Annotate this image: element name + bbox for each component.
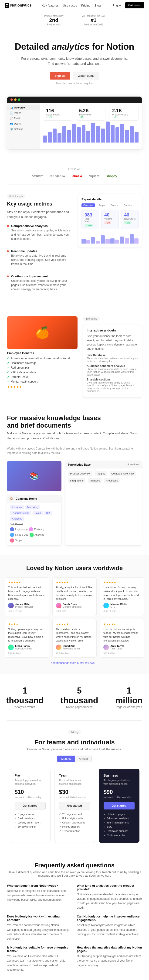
nav-logo-text: Notionlytics: [10, 3, 32, 8]
faq-item: Does Notionlytics work with existing con…: [7, 915, 72, 941]
pricing-feature: ✓Advanced analytics: [104, 817, 135, 820]
features-tag: Built for you: [7, 194, 25, 199]
testimonial-text: This tool has helped me track how people…: [8, 585, 46, 601]
benefit-item: ✓Healthcare coverage: [7, 361, 78, 364]
kb-card-title: Knowledge Base: [68, 463, 90, 466]
check-icon: ✓: [104, 825, 106, 828]
nav-link-usecases[interactable]: Use cases: [63, 4, 77, 7]
sidebar-item-overview[interactable]: 📊 Overview: [7, 105, 40, 110]
testimonial-text: The real-time stats are impressive. I ca…: [56, 627, 94, 643]
sidebar-item-pages[interactable]: 📄 Pages: [7, 110, 40, 116]
team-avatar: [30, 533, 34, 537]
award-source-2: Product Hunt 2023: [82, 23, 105, 26]
kb-section-item[interactable]: Analytics: [88, 478, 102, 483]
company-link[interactable]: About us: [10, 505, 24, 509]
company-link[interactable]: HR: [44, 511, 52, 515]
benefit-text: PTO / Vacation days: [11, 371, 36, 374]
metric-num-3: 46: [124, 212, 135, 218]
award-label-1: Product of the Day: [44, 15, 63, 17]
nav-link-pricing[interactable]: Pricing: [81, 4, 90, 7]
pricing-feature: ✓Custom dashboards: [59, 821, 90, 824]
company-link[interactable]: Marketing: [25, 505, 40, 509]
feature-text: Basic analytics: [18, 817, 35, 820]
stat-card-visitors: 2.1K Unique Visitors +5%: [109, 106, 138, 121]
more-reviews[interactable]: and thousands more 5-star reviews →: [5, 661, 144, 665]
kb-section-item[interactable]: Integrations: [68, 478, 85, 483]
dash-body: 📊 Overview 📄 Pages 📈 Traffic 👥 Users ⚙️ …: [7, 103, 142, 149]
svg-rect-1: [6, 4, 7, 5]
stat-item-3: 1 million Page views analyzed: [114, 686, 144, 709]
team-name: Sales & Ops: [15, 533, 28, 536]
check-icon: ✓: [59, 829, 61, 832]
testimonial-author: Elena Parks Operations Lead: [8, 644, 46, 650]
report-tab-country[interactable]: Country: [122, 204, 134, 207]
kb-section-item[interactable]: Processes: [104, 478, 120, 483]
check-icon: ✓: [7, 380, 9, 383]
logos-row: Stanford SEQUOIA airasia Square shopify: [5, 174, 144, 178]
benefits-title: Employee Benefits: [7, 351, 78, 355]
sidebar-item-settings[interactable]: ⚙️ Settings: [7, 126, 40, 132]
check-icon: ✓: [104, 821, 106, 824]
kb-section-item[interactable]: Product Overview: [68, 471, 92, 476]
metric-badge-1: ↑ 18%: [84, 224, 93, 227]
login-button[interactable]: Log in: [111, 3, 123, 8]
hero-cta-secondary[interactable]: Watch demo: [73, 72, 100, 80]
company-link[interactable]: Product Design: [10, 511, 31, 515]
pricing-btn-business[interactable]: Get started: [104, 802, 135, 810]
report-tab-overview[interactable]: Overview: [81, 204, 95, 207]
faq-item: Is Notionlytics suitable for large enter…: [7, 946, 72, 972]
stat-num-big-3: 1 million: [114, 686, 144, 705]
company-link[interactable]: Analytics: [10, 517, 24, 521]
testimonials-section: Loved by Notion users worldwide ★★★★★ Th…: [0, 555, 149, 674]
toggle-annual[interactable]: Annual: [75, 756, 92, 762]
faq-item: Can Notionlytics help me improve audienc…: [77, 915, 142, 941]
stat-num-2: 5.2K: [79, 108, 103, 113]
nav-link-features[interactable]: Key features: [42, 4, 59, 7]
report-tab-source[interactable]: Source: [109, 204, 120, 207]
chart-bar: [135, 132, 138, 143]
pricing-per: per month / billed annually: [104, 796, 135, 799]
kb-heading: For massive knowledge basesand brief doc…: [7, 414, 142, 429]
check-icon: ✓: [15, 825, 17, 828]
company-link[interactable]: Sales: [33, 511, 43, 515]
check-icon: ✓: [104, 817, 106, 820]
pricing-btn-team[interactable]: Get started: [59, 802, 90, 810]
kb-preview: 📚 🏠 Company Home About usMarketingProduc…: [7, 461, 142, 546]
get-notion-button[interactable]: Get notion: [125, 2, 144, 8]
nav-link-blog[interactable]: Blog: [95, 4, 101, 7]
testimonial-stars: ★★★★: [8, 623, 46, 626]
testimonial-author: Sarah Chen Content Strategist: [56, 603, 94, 608]
kb-section-item[interactable]: Company Overview: [109, 471, 136, 476]
feature-text: 5 pages tracked: [18, 813, 36, 816]
sidebar-item-users[interactable]: 👥 Users: [7, 121, 40, 126]
author-avatar: [56, 644, 62, 650]
feature-text: Team management: [107, 821, 129, 824]
hero-cta-primary[interactable]: Sign up: [50, 72, 70, 80]
check-icon: ✓: [15, 813, 17, 816]
team-avatar: [29, 527, 33, 531]
author-name: Amy Torres: [110, 644, 124, 648]
report-tab-pages[interactable]: Pages: [97, 204, 107, 207]
sidebar-item-traffic[interactable]: 📈 Traffic: [7, 116, 40, 121]
pricing-price: $30: [59, 789, 90, 795]
feature-text-1: Comprehensive analytics See which posts …: [11, 224, 71, 246]
faq-answer: Absolutely! Notionlytics offers insights…: [77, 923, 142, 937]
team-name: Analytics: [35, 533, 44, 536]
testimonial-date: Sep 1, 2023: [8, 652, 46, 654]
check-icon: ✓: [15, 817, 17, 820]
pricing-feature: ✓1-year retention: [59, 829, 90, 832]
benefit-item: ✓Mental health support: [7, 380, 78, 383]
logo-shopify: shopify: [106, 174, 117, 178]
toggle-monthly[interactable]: Monthly: [57, 756, 75, 762]
nav-cta: Log in Get notion: [111, 2, 144, 8]
team-member: Sales & Ops: [10, 533, 28, 537]
metric-box-visitors: 40 Visitors ↓ 2%: [101, 210, 119, 229]
pricing-tag: Pricing: [68, 730, 81, 734]
features-section: Built for you Key usage metrics Stay on …: [0, 185, 149, 309]
metric-label-2: Visitors: [104, 218, 116, 220]
author-avatar: [103, 603, 109, 608]
dash-content: 116 Active Pages +12% 5.2K Page Views +8…: [40, 103, 142, 149]
pricing-btn-pro[interactable]: Get started: [15, 802, 46, 810]
company-team: EngineeringMarketingSales & OpsAnalytics…: [10, 527, 59, 542]
kb-section-item[interactable]: Tagging: [95, 471, 107, 476]
